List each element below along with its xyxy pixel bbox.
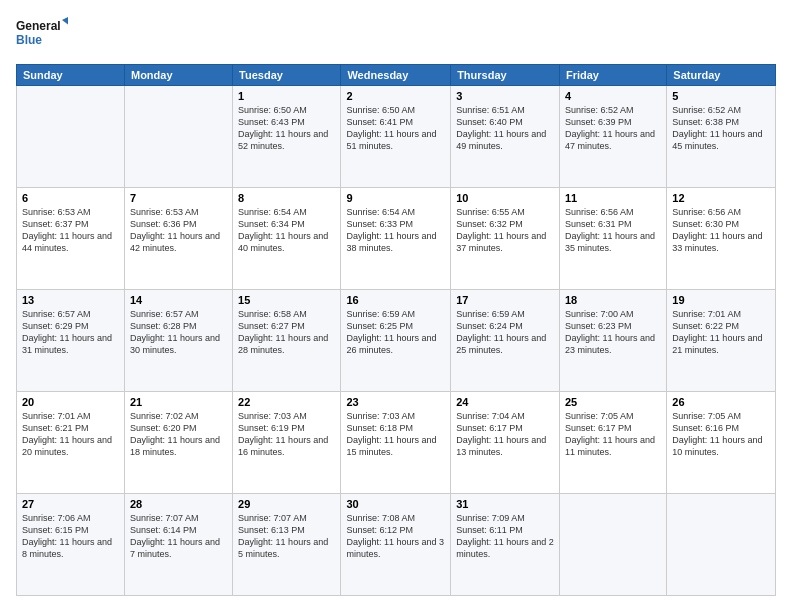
- day-info: Sunrise: 7:01 AM Sunset: 6:22 PM Dayligh…: [672, 308, 770, 357]
- day-cell: 20Sunrise: 7:01 AM Sunset: 6:21 PM Dayli…: [17, 392, 125, 494]
- day-info: Sunrise: 7:02 AM Sunset: 6:20 PM Dayligh…: [130, 410, 227, 459]
- day-cell: 3Sunrise: 6:51 AM Sunset: 6:40 PM Daylig…: [451, 86, 560, 188]
- day-cell: 2Sunrise: 6:50 AM Sunset: 6:41 PM Daylig…: [341, 86, 451, 188]
- day-number: 21: [130, 396, 227, 408]
- day-number: 26: [672, 396, 770, 408]
- day-cell: 10Sunrise: 6:55 AM Sunset: 6:32 PM Dayli…: [451, 188, 560, 290]
- day-number: 23: [346, 396, 445, 408]
- header-day-tuesday: Tuesday: [233, 65, 341, 86]
- day-cell: 23Sunrise: 7:03 AM Sunset: 6:18 PM Dayli…: [341, 392, 451, 494]
- day-cell: 26Sunrise: 7:05 AM Sunset: 6:16 PM Dayli…: [667, 392, 776, 494]
- day-number: 3: [456, 90, 554, 102]
- day-number: 25: [565, 396, 661, 408]
- day-info: Sunrise: 7:07 AM Sunset: 6:14 PM Dayligh…: [130, 512, 227, 561]
- day-cell: 21Sunrise: 7:02 AM Sunset: 6:20 PM Dayli…: [124, 392, 232, 494]
- day-cell: 12Sunrise: 6:56 AM Sunset: 6:30 PM Dayli…: [667, 188, 776, 290]
- day-number: 8: [238, 192, 335, 204]
- svg-marker-2: [62, 16, 68, 26]
- day-cell: 29Sunrise: 7:07 AM Sunset: 6:13 PM Dayli…: [233, 494, 341, 596]
- day-number: 6: [22, 192, 119, 204]
- logo-svg: General Blue: [16, 16, 68, 56]
- day-info: Sunrise: 7:06 AM Sunset: 6:15 PM Dayligh…: [22, 512, 119, 561]
- day-info: Sunrise: 6:55 AM Sunset: 6:32 PM Dayligh…: [456, 206, 554, 255]
- day-number: 15: [238, 294, 335, 306]
- day-cell: 9Sunrise: 6:54 AM Sunset: 6:33 PM Daylig…: [341, 188, 451, 290]
- day-cell: 28Sunrise: 7:07 AM Sunset: 6:14 PM Dayli…: [124, 494, 232, 596]
- day-number: 4: [565, 90, 661, 102]
- day-info: Sunrise: 6:58 AM Sunset: 6:27 PM Dayligh…: [238, 308, 335, 357]
- day-number: 28: [130, 498, 227, 510]
- day-number: 5: [672, 90, 770, 102]
- day-number: 10: [456, 192, 554, 204]
- svg-text:Blue: Blue: [16, 33, 42, 47]
- day-info: Sunrise: 6:57 AM Sunset: 6:28 PM Dayligh…: [130, 308, 227, 357]
- day-number: 2: [346, 90, 445, 102]
- day-info: Sunrise: 6:54 AM Sunset: 6:33 PM Dayligh…: [346, 206, 445, 255]
- header-day-saturday: Saturday: [667, 65, 776, 86]
- day-info: Sunrise: 7:03 AM Sunset: 6:18 PM Dayligh…: [346, 410, 445, 459]
- day-number: 31: [456, 498, 554, 510]
- header-day-thursday: Thursday: [451, 65, 560, 86]
- day-cell: 25Sunrise: 7:05 AM Sunset: 6:17 PM Dayli…: [559, 392, 666, 494]
- day-info: Sunrise: 6:50 AM Sunset: 6:43 PM Dayligh…: [238, 104, 335, 153]
- day-number: 29: [238, 498, 335, 510]
- day-info: Sunrise: 6:53 AM Sunset: 6:37 PM Dayligh…: [22, 206, 119, 255]
- day-cell: [124, 86, 232, 188]
- header-day-sunday: Sunday: [17, 65, 125, 86]
- day-cell: 22Sunrise: 7:03 AM Sunset: 6:19 PM Dayli…: [233, 392, 341, 494]
- day-cell: 11Sunrise: 6:56 AM Sunset: 6:31 PM Dayli…: [559, 188, 666, 290]
- week-row-4: 20Sunrise: 7:01 AM Sunset: 6:21 PM Dayli…: [17, 392, 776, 494]
- page: General Blue SundayMondayTuesdayWednesda…: [0, 0, 792, 612]
- day-info: Sunrise: 7:01 AM Sunset: 6:21 PM Dayligh…: [22, 410, 119, 459]
- day-info: Sunrise: 7:09 AM Sunset: 6:11 PM Dayligh…: [456, 512, 554, 561]
- day-number: 24: [456, 396, 554, 408]
- day-cell: 7Sunrise: 6:53 AM Sunset: 6:36 PM Daylig…: [124, 188, 232, 290]
- day-info: Sunrise: 7:00 AM Sunset: 6:23 PM Dayligh…: [565, 308, 661, 357]
- day-cell: 13Sunrise: 6:57 AM Sunset: 6:29 PM Dayli…: [17, 290, 125, 392]
- week-row-3: 13Sunrise: 6:57 AM Sunset: 6:29 PM Dayli…: [17, 290, 776, 392]
- day-info: Sunrise: 6:59 AM Sunset: 6:25 PM Dayligh…: [346, 308, 445, 357]
- day-cell: 1Sunrise: 6:50 AM Sunset: 6:43 PM Daylig…: [233, 86, 341, 188]
- day-info: Sunrise: 7:04 AM Sunset: 6:17 PM Dayligh…: [456, 410, 554, 459]
- day-cell: 27Sunrise: 7:06 AM Sunset: 6:15 PM Dayli…: [17, 494, 125, 596]
- day-cell: [667, 494, 776, 596]
- day-info: Sunrise: 7:03 AM Sunset: 6:19 PM Dayligh…: [238, 410, 335, 459]
- day-cell: 6Sunrise: 6:53 AM Sunset: 6:37 PM Daylig…: [17, 188, 125, 290]
- day-number: 17: [456, 294, 554, 306]
- header-day-monday: Monday: [124, 65, 232, 86]
- day-number: 27: [22, 498, 119, 510]
- logo: General Blue: [16, 16, 68, 56]
- week-row-2: 6Sunrise: 6:53 AM Sunset: 6:37 PM Daylig…: [17, 188, 776, 290]
- day-info: Sunrise: 6:56 AM Sunset: 6:31 PM Dayligh…: [565, 206, 661, 255]
- day-info: Sunrise: 6:50 AM Sunset: 6:41 PM Dayligh…: [346, 104, 445, 153]
- day-cell: 8Sunrise: 6:54 AM Sunset: 6:34 PM Daylig…: [233, 188, 341, 290]
- day-cell: 16Sunrise: 6:59 AM Sunset: 6:25 PM Dayli…: [341, 290, 451, 392]
- day-cell: [17, 86, 125, 188]
- day-number: 22: [238, 396, 335, 408]
- day-number: 1: [238, 90, 335, 102]
- day-info: Sunrise: 6:57 AM Sunset: 6:29 PM Dayligh…: [22, 308, 119, 357]
- day-cell: 4Sunrise: 6:52 AM Sunset: 6:39 PM Daylig…: [559, 86, 666, 188]
- day-info: Sunrise: 6:54 AM Sunset: 6:34 PM Dayligh…: [238, 206, 335, 255]
- day-number: 18: [565, 294, 661, 306]
- day-cell: [559, 494, 666, 596]
- week-row-1: 1Sunrise: 6:50 AM Sunset: 6:43 PM Daylig…: [17, 86, 776, 188]
- day-number: 12: [672, 192, 770, 204]
- day-info: Sunrise: 7:05 AM Sunset: 6:17 PM Dayligh…: [565, 410, 661, 459]
- header-day-wednesday: Wednesday: [341, 65, 451, 86]
- day-info: Sunrise: 6:59 AM Sunset: 6:24 PM Dayligh…: [456, 308, 554, 357]
- day-cell: 19Sunrise: 7:01 AM Sunset: 6:22 PM Dayli…: [667, 290, 776, 392]
- calendar-header-row: SundayMondayTuesdayWednesdayThursdayFrid…: [17, 65, 776, 86]
- day-number: 16: [346, 294, 445, 306]
- day-info: Sunrise: 6:56 AM Sunset: 6:30 PM Dayligh…: [672, 206, 770, 255]
- day-cell: 18Sunrise: 7:00 AM Sunset: 6:23 PM Dayli…: [559, 290, 666, 392]
- day-cell: 14Sunrise: 6:57 AM Sunset: 6:28 PM Dayli…: [124, 290, 232, 392]
- calendar: SundayMondayTuesdayWednesdayThursdayFrid…: [16, 64, 776, 596]
- day-number: 30: [346, 498, 445, 510]
- header-day-friday: Friday: [559, 65, 666, 86]
- day-number: 20: [22, 396, 119, 408]
- day-cell: 31Sunrise: 7:09 AM Sunset: 6:11 PM Dayli…: [451, 494, 560, 596]
- week-row-5: 27Sunrise: 7:06 AM Sunset: 6:15 PM Dayli…: [17, 494, 776, 596]
- day-cell: 30Sunrise: 7:08 AM Sunset: 6:12 PM Dayli…: [341, 494, 451, 596]
- day-info: Sunrise: 7:05 AM Sunset: 6:16 PM Dayligh…: [672, 410, 770, 459]
